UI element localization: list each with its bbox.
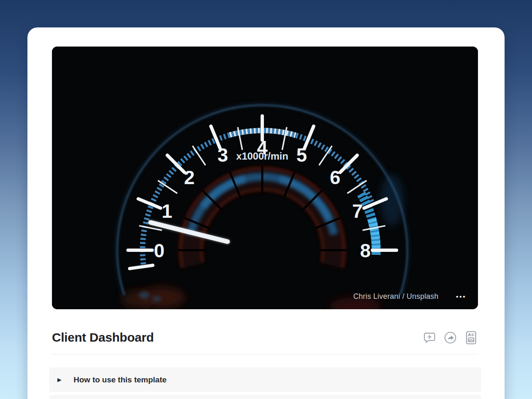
tachometer-gauge: 012345678x1000r/min bbox=[52, 47, 478, 309]
gauge-number: 3 bbox=[217, 144, 228, 166]
toggle-next-section-peek[interactable] bbox=[49, 395, 481, 399]
gauge-number: 5 bbox=[296, 144, 307, 166]
title-row: Client Dashboard bbox=[52, 328, 478, 347]
page-details-icon bbox=[465, 330, 477, 345]
share-button[interactable] bbox=[443, 331, 457, 345]
gauge-number: 1 bbox=[162, 200, 172, 222]
gauge-number: 6 bbox=[330, 167, 341, 188]
page-card: 012345678x1000r/min Chris Liverani / Uns… bbox=[27, 27, 505, 399]
comment-plus-icon bbox=[423, 331, 436, 344]
gauge-number: 8 bbox=[360, 240, 371, 261]
gauge-unit-label: x1000r/min bbox=[236, 150, 288, 162]
page-details-button[interactable] bbox=[464, 331, 478, 345]
page-actions bbox=[423, 331, 478, 345]
share-arrow-icon bbox=[444, 331, 457, 344]
title-divider bbox=[52, 354, 478, 355]
desktop-background: 012345678x1000r/min Chris Liverani / Uns… bbox=[0, 0, 532, 399]
gauge-number: 7 bbox=[352, 200, 363, 222]
toggle-label: How to use this template bbox=[74, 375, 167, 384]
toggle-how-to-use[interactable]: ▶ How to use this template bbox=[49, 367, 481, 392]
cover-more-button[interactable]: ••• bbox=[456, 293, 466, 300]
gauge-number: 2 bbox=[184, 167, 195, 188]
toggle-arrow-icon[interactable]: ▶ bbox=[57, 377, 66, 382]
gauge-number: 0 bbox=[154, 240, 165, 261]
cover-credit: Chris Liverani / Unsplash bbox=[353, 292, 438, 301]
page-title[interactable]: Client Dashboard bbox=[52, 330, 154, 345]
add-comment-button[interactable] bbox=[423, 331, 436, 345]
cover-image[interactable]: 012345678x1000r/min Chris Liverani / Uns… bbox=[52, 47, 478, 309]
